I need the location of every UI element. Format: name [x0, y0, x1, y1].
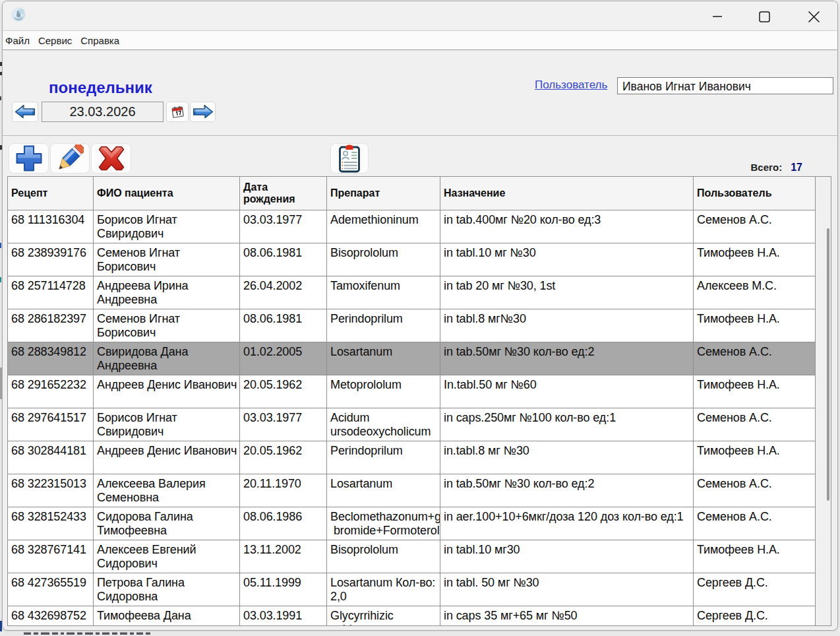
table-row[interactable]: 68 297641517Борисов ИгнатСвиридович03.03…: [8, 408, 816, 441]
cell-patient[interactable]: Борисов ИгнатСвиридович: [94, 408, 240, 441]
table-row[interactable]: 68 238939176Семенов ИгнатБорисович08.06.…: [8, 243, 816, 276]
cell-recipe[interactable]: 68 328152433: [8, 507, 94, 540]
cell-drug[interactable]: Glycyrrihizicacidum+...: [327, 606, 440, 626]
cell-assignment[interactable]: in tabl. 50 мг №30: [440, 573, 694, 606]
cell-user[interactable]: Тимофеев Н.А.: [694, 441, 816, 474]
cell-dob[interactable]: 05.11.1999: [240, 573, 327, 606]
previous-day-button[interactable]: [12, 102, 38, 122]
cell-assignment[interactable]: in.tabl.8 мг №30: [440, 441, 694, 474]
table-row[interactable]: 68 291652232Андреев Денис Иванович20.05.…: [8, 375, 816, 408]
column-header-patient[interactable]: ФИО пациента: [94, 177, 240, 210]
cell-recipe[interactable]: 68 291652232: [8, 375, 94, 408]
cell-dob[interactable]: 20.05.1962: [240, 441, 327, 474]
cell-patient[interactable]: Тимофеева Дана: [94, 606, 240, 626]
cell-drug[interactable]: Ademethioninum: [327, 210, 440, 243]
cell-dob[interactable]: 08.06.1986: [240, 507, 327, 540]
cell-patient[interactable]: Петрова ГалинаСидоровна: [94, 573, 240, 606]
cell-user[interactable]: Тимофеев Н.А.: [694, 243, 816, 276]
cell-recipe[interactable]: 68 111316304: [8, 210, 94, 243]
next-day-button[interactable]: [190, 102, 216, 122]
table-row[interactable]: 68 111316304Борисов ИгнатСвиридович03.03…: [8, 210, 816, 243]
cell-user[interactable]: Сергеев Д.С.: [694, 573, 816, 606]
user-field[interactable]: [617, 77, 833, 94]
edit-button[interactable]: [50, 143, 90, 174]
cell-patient[interactable]: Сидорова ГалинаТимофеевна: [94, 507, 240, 540]
cell-dob[interactable]: 26.04.2002: [240, 276, 327, 309]
cell-dob[interactable]: 03.03.1977: [240, 408, 327, 441]
cell-drug[interactable]: Losartanum: [327, 474, 440, 507]
cell-drug[interactable]: Acidumursodeoxycholicum: [327, 408, 440, 441]
cell-patient[interactable]: Семенов ИгнатБорисович: [94, 309, 240, 342]
column-header-drug[interactable]: Препарат: [327, 177, 440, 210]
table-row[interactable]: 68 257114728Андреева ИринаАндреевна26.04…: [8, 276, 816, 309]
cell-drug[interactable]: Metoprololum: [327, 375, 440, 408]
menu-file[interactable]: Файл: [3, 31, 34, 49]
cell-drug[interactable]: Perindoprilum: [327, 309, 440, 342]
table-row[interactable]: 68 286182397Семенов ИгнатБорисович08.06.…: [8, 309, 816, 342]
cell-assignment[interactable]: in aer.100+10+6мкг/доза 120 доз кол-во е…: [440, 507, 694, 540]
table-row[interactable]: 68 432698752Тимофеева Дана03.03.1991Glyc…: [8, 606, 816, 626]
cell-dob[interactable]: 13.11.2002: [240, 540, 327, 573]
user-link[interactable]: Пользователь: [535, 79, 607, 90]
cell-assignment[interactable]: in tab 20 мг №30, 1st: [440, 276, 694, 309]
date-field[interactable]: 23.03.2026: [42, 102, 164, 122]
cell-patient[interactable]: Борисов ИгнатСвиридович: [94, 210, 240, 243]
cell-assignment[interactable]: in tab.50мг №30 кол-во ед:2: [440, 342, 694, 375]
report-button[interactable]: [330, 143, 369, 174]
cell-assignment[interactable]: in caps.250мг №100 кол-во ед:1: [440, 408, 694, 441]
cell-recipe[interactable]: 68 297641517: [8, 408, 94, 441]
cell-user[interactable]: Семенов А.С.: [694, 210, 816, 243]
menu-service[interactable]: Сервис: [34, 31, 76, 49]
table-row[interactable]: 68 427365519Петрова ГалинаСидоровна05.11…: [8, 573, 816, 606]
delete-button[interactable]: [91, 143, 131, 174]
cell-dob[interactable]: 08.06.1981: [240, 243, 327, 276]
cell-user[interactable]: Алексеев М.С.: [694, 276, 816, 309]
cell-assignment[interactable]: in caps 35 мг+65 мг №50: [440, 606, 694, 626]
cell-assignment[interactable]: in tabl.10 мг30: [440, 540, 694, 573]
cell-drug[interactable]: Bisoprololum: [327, 243, 440, 276]
cell-user[interactable]: Сергеев Д.С.: [694, 606, 816, 626]
cell-user[interactable]: Тимофеев Н.А.: [694, 375, 816, 408]
cell-recipe[interactable]: 68 432698752: [8, 606, 94, 626]
cell-dob[interactable]: 03.03.1977: [240, 210, 327, 243]
close-button[interactable]: [798, 1, 829, 32]
cell-recipe[interactable]: 68 286182397: [8, 309, 94, 342]
cell-drug[interactable]: Losartanum: [327, 342, 440, 375]
cell-dob[interactable]: 03.03.1991: [240, 606, 327, 626]
cell-user[interactable]: Тимофеев Н.А.: [694, 309, 816, 342]
cell-assignment[interactable]: in tabl.10 мг №30: [440, 243, 694, 276]
cell-patient[interactable]: Андреев Денис Иванович: [94, 441, 240, 474]
column-header-dob[interactable]: Датарождения: [240, 177, 327, 210]
cell-patient[interactable]: Свиридова ДанаАндреевна: [94, 342, 240, 375]
cell-assignment[interactable]: in tabl.8 мг№30: [440, 309, 694, 342]
cell-drug[interactable]: Bisoprololum: [327, 540, 440, 573]
table-row[interactable]: 68 328767141Алексеев ЕвгенийСидорович13.…: [8, 540, 816, 573]
prescriptions-table[interactable]: РецептФИО пациентаДатарожденияПрепаратНа…: [7, 176, 831, 626]
vertical-scrollbar-thumb[interactable]: [827, 228, 829, 501]
table-row[interactable]: 68 328152433Сидорова ГалинаТимофеевна08.…: [8, 507, 816, 540]
cell-drug[interactable]: Beclomethazonum+gl bromide+Formoterolu: [327, 507, 440, 540]
cell-drug[interactable]: Perindoprilum: [327, 441, 440, 474]
cell-recipe[interactable]: 68 257114728: [8, 276, 94, 309]
table-row[interactable]: 68 288349812Свиридова ДанаАндреевна01.02…: [8, 342, 816, 375]
minimize-button[interactable]: [702, 1, 733, 32]
cell-user[interactable]: Тимофеев Н.А.: [694, 540, 816, 573]
cell-assignment[interactable]: in tab.400мг №20 кол-во ед:3: [440, 210, 694, 243]
cell-user[interactable]: Семенов А.С.: [694, 474, 816, 507]
maximize-button[interactable]: [749, 1, 779, 32]
add-button[interactable]: [9, 143, 49, 174]
cell-user[interactable]: Семенов А.С.: [694, 408, 816, 441]
cell-patient[interactable]: Алексеева ВалерияСеменовна: [94, 474, 240, 507]
cell-drug[interactable]: Tamoxifenum: [327, 276, 440, 309]
column-header-assignment[interactable]: Назначение: [440, 177, 694, 210]
cell-dob[interactable]: 01.02.2005: [240, 342, 327, 375]
cell-dob[interactable]: 20.05.1962: [240, 375, 327, 408]
cell-assignment[interactable]: In.tabl.50 мг №60: [440, 375, 694, 408]
cell-dob[interactable]: 08.06.1981: [240, 309, 327, 342]
cell-user[interactable]: Семенов А.С.: [694, 507, 816, 540]
cell-assignment[interactable]: in tab.50мг №30 кол-во ед:2: [440, 474, 694, 507]
menu-help[interactable]: Справка: [76, 31, 124, 49]
cell-recipe[interactable]: 68 322315013: [8, 474, 94, 507]
column-header-recipe[interactable]: Рецепт: [8, 177, 94, 210]
cell-recipe[interactable]: 68 427365519: [8, 573, 94, 606]
